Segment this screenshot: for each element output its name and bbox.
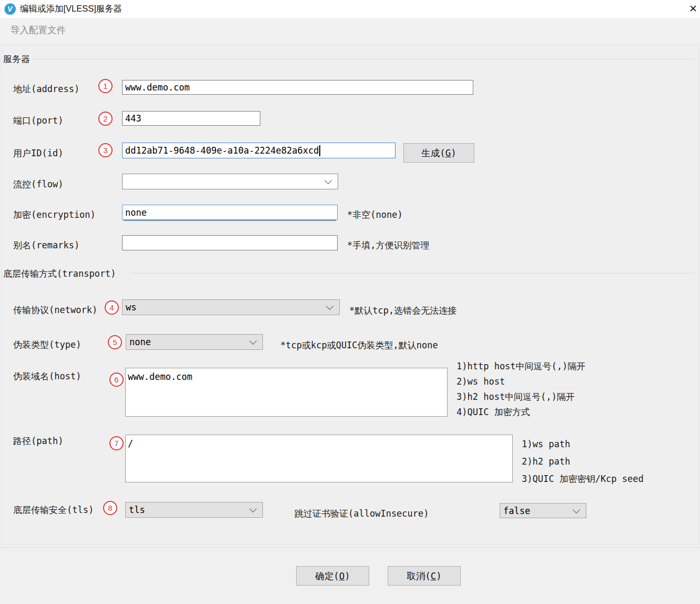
tls-select-value: tls	[129, 505, 250, 515]
host-label: 伪装域名(host)	[13, 370, 81, 382]
step-badge-5: 5	[108, 335, 122, 349]
path-notes: 1)ws path 2)h2 path 3)QUIC 加密密钥/Kcp seed	[522, 436, 644, 488]
server-group-title: 服务器	[3, 53, 30, 65]
remarks-note: *手填,方便识别管理	[347, 239, 429, 251]
host-note-line: 3)h2 host中间逗号(,)隔开	[456, 389, 585, 405]
network-select-value: ws	[126, 302, 327, 313]
window-title: 编辑或添加[VLESS]服务器	[20, 0, 122, 18]
step-badge-7: 7	[109, 436, 124, 450]
cancel-button-label: 取消(	[407, 570, 431, 582]
dialog-window: V 编辑或添加[VLESS]服务器 ✕ 导入配置文件 服务器 地址(addres…	[0, 0, 700, 604]
ok-button-key: O	[339, 571, 345, 581]
chevron-down-icon	[249, 337, 257, 345]
type-select-value: none	[129, 337, 250, 347]
menu-item-import-config[interactable]: 导入配置文件	[7, 18, 69, 43]
encryption-note: *非空(none)	[347, 209, 403, 221]
type-note: *tcp或kcp或QUIC伪装类型,默认none	[280, 339, 438, 351]
cancel-button-key: C	[431, 571, 437, 581]
step-badge-3: 3	[98, 143, 113, 157]
remarks-label: 别名(remarks)	[13, 239, 79, 251]
allow-insecure-label: 跳过证书验证(allowInsecure)	[295, 508, 429, 520]
v2rayn-logo-icon: V	[4, 3, 16, 15]
step-badge-1: 1	[98, 79, 113, 93]
close-icon[interactable]: ✕	[689, 2, 700, 16]
ok-button-label: 确定(	[315, 570, 339, 582]
chevron-down-icon	[573, 506, 580, 513]
footer-divider	[0, 547, 700, 548]
type-label: 伪装类型(type)	[13, 339, 81, 351]
remarks-input[interactable]	[122, 235, 338, 250]
host-textarea[interactable]: www.demo.com	[125, 368, 448, 417]
chevron-down-icon	[326, 303, 333, 310]
flow-label: 流控(flow)	[13, 178, 63, 190]
type-select[interactable]: none	[126, 334, 263, 350]
tls-label: 底层传输安全(tls)	[13, 504, 94, 516]
tls-select[interactable]: tls	[125, 502, 263, 518]
cancel-button[interactable]: 取消(C)	[388, 566, 461, 586]
cancel-button-label-end: )	[436, 571, 442, 581]
transport-group-title: 底层传输方式(transport)	[3, 268, 116, 280]
host-notes: 1)http host中间逗号(,)隔开 2)ws host 3)h2 host…	[456, 359, 585, 420]
network-label: 传输协议(network)	[13, 304, 97, 316]
user-id-input[interactable]: dd12ab71-9648-409e-a10a-2224e82a6xcd	[122, 143, 395, 158]
path-label: 路径(path)	[13, 435, 63, 447]
menubar: 导入配置文件	[0, 18, 700, 43]
chevron-down-icon	[324, 177, 332, 184]
server-group-line	[33, 59, 694, 59]
port-label: 端口(port)	[13, 115, 63, 127]
network-note: *默认tcp,选错会无法连接	[349, 305, 456, 317]
step-badge-8: 8	[103, 501, 117, 515]
generate-button-label: 生成(	[421, 147, 445, 159]
step-badge-6: 6	[109, 373, 124, 387]
path-textarea[interactable]: /	[125, 435, 513, 482]
network-select[interactable]: ws	[122, 299, 340, 315]
transport-group-line	[130, 273, 694, 274]
allow-insecure-select-value: false	[503, 506, 574, 516]
address-label: 地址(address)	[13, 83, 79, 95]
port-input[interactable]	[122, 111, 260, 126]
chevron-down-icon	[249, 505, 257, 512]
step-badge-2: 2	[98, 112, 113, 126]
path-note-line: 1)ws path	[522, 436, 644, 453]
host-note-line: 2)ws host	[456, 374, 585, 389]
ok-button-label-end: )	[344, 571, 350, 581]
path-note-line: 2)h2 path	[522, 453, 644, 470]
window-titlebar: V 编辑或添加[VLESS]服务器 ✕	[0, 0, 700, 18]
user-id-value: dd12ab71-9648-409e-a10a-2224e82a6xcd	[125, 145, 319, 156]
generate-button[interactable]: 生成(G)	[403, 143, 474, 163]
generate-button-label-end: )	[451, 148, 456, 158]
user-id-label: 用户ID(id)	[13, 147, 63, 159]
flow-select[interactable]	[122, 174, 338, 189]
encryption-input[interactable]	[122, 205, 338, 220]
host-note-line: 1)http host中间逗号(,)隔开	[456, 359, 585, 374]
ok-button[interactable]: 确定(O)	[296, 566, 369, 586]
address-input[interactable]	[122, 80, 473, 95]
step-badge-4: 4	[105, 300, 119, 315]
text-caret	[319, 145, 320, 156]
generate-button-key: G	[445, 148, 451, 158]
encryption-label: 加密(encryption)	[13, 209, 96, 221]
path-note-line: 3)QUIC 加密密钥/Kcp seed	[522, 470, 644, 488]
allow-insecure-select[interactable]: false	[500, 503, 586, 518]
host-note-line: 4)QUIC 加密方式	[456, 405, 585, 420]
